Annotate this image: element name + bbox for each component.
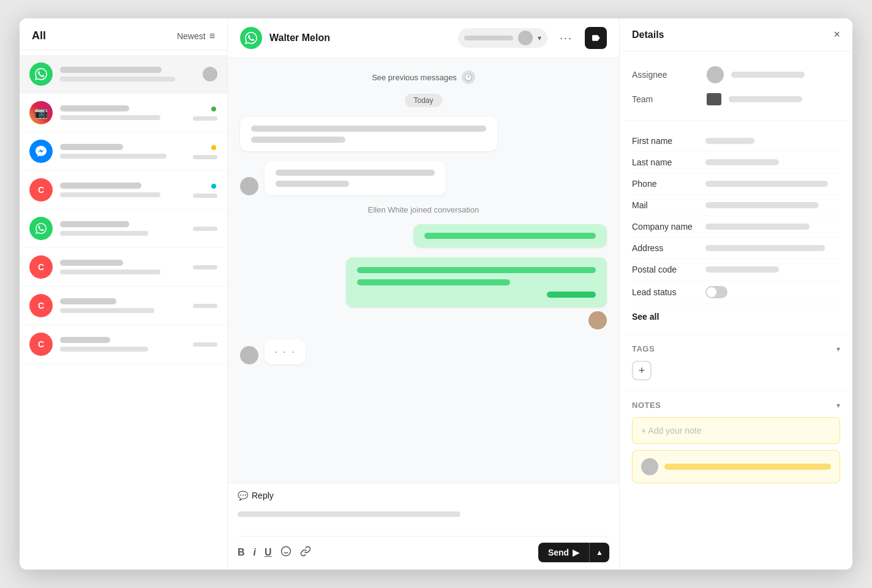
more-options-button[interactable]: ··· (555, 29, 577, 47)
underline-button[interactable]: U (265, 547, 272, 558)
conversation-sidebar: All Newest ≡ 📷 (20, 18, 228, 570)
note-avatar (641, 458, 658, 475)
contact-name: Walter Melon (269, 32, 330, 43)
list-item[interactable] (20, 55, 227, 94)
reply-tab[interactable]: 💬 Reply (238, 491, 274, 500)
send-button[interactable]: Send ▶ (538, 543, 589, 562)
platform-icon-instagram: 📷 (29, 101, 53, 124)
company-label: Company name (632, 222, 705, 232)
chat-main: Walter Melon ▾ ··· See previous messages… (228, 18, 620, 570)
reply-input-area[interactable] (238, 507, 609, 531)
format-tools: B i U (238, 546, 311, 559)
firstname-label: First name (632, 136, 705, 146)
italic-button[interactable]: i (254, 547, 256, 558)
send-button-group: Send ▶ ▲ (538, 543, 609, 562)
chat-messages[interactable]: See previous messages 🕐 Today (228, 58, 619, 483)
platform-icon-whatsapp2 (29, 217, 53, 240)
address-value (705, 245, 825, 251)
platform-icon-messenger (29, 140, 53, 163)
reply-label: Reply (252, 491, 274, 500)
platform-icon-chatwoot3: C (29, 294, 53, 317)
close-button[interactable]: × (833, 28, 840, 41)
platform-icon-whatsapp (29, 62, 53, 86)
details-header: Details × (620, 18, 852, 51)
list-item[interactable]: C (20, 248, 227, 287)
team-value (729, 96, 802, 102)
lastname-label: Last name (632, 157, 705, 167)
phone-label: Phone (632, 179, 705, 189)
firstname-row: First name (632, 130, 840, 152)
reply-toolbar: B i U Send ▶ ▲ (238, 536, 609, 562)
assignee-avatar (707, 66, 724, 83)
team-folder-icon (707, 93, 721, 105)
postal-value (705, 266, 779, 273)
chevron-down-icon: ▾ (836, 401, 840, 410)
assignee-pill[interactable]: ▾ (458, 28, 547, 48)
status-dot (210, 105, 217, 113)
platform-icon-chatwoot4: C (29, 333, 53, 356)
see-all-button[interactable]: See all (632, 304, 840, 324)
avatar (203, 67, 217, 81)
assignee-label: Assignee (632, 70, 699, 80)
see-prev-label: See previous messages (372, 73, 457, 82)
company-value (705, 224, 810, 230)
conv-content (60, 260, 186, 274)
details-panel: Details × Assignee Team First name L (620, 18, 852, 570)
details-title: Details (632, 29, 664, 40)
list-item[interactable]: C (20, 287, 227, 325)
toggle-track (705, 286, 727, 298)
postal-label: Postal code (632, 265, 705, 274)
leadstatus-label: Lead status (632, 287, 705, 297)
typing-avatar (240, 346, 258, 364)
conv-content (60, 298, 186, 313)
conv-meta (193, 265, 217, 270)
bold-button[interactable]: B (238, 547, 245, 558)
lead-toggle[interactable] (705, 286, 727, 298)
sidebar-title: All (32, 29, 46, 42)
sidebar-header: All Newest ≡ (20, 18, 227, 50)
emoji-button[interactable] (280, 546, 291, 559)
send-arrow-icon: ▶ (573, 548, 579, 557)
message-received-1 (240, 117, 552, 151)
list-item[interactable]: C (20, 171, 227, 209)
list-item[interactable] (20, 209, 227, 248)
add-tag-button[interactable]: + (632, 361, 652, 380)
status-dot (210, 144, 217, 151)
chevron-down-icon: ▾ (836, 345, 840, 353)
send-expand-button[interactable]: ▲ (589, 543, 609, 562)
notes-title: NOTES (632, 401, 661, 410)
clock-icon: 🕐 (462, 70, 475, 84)
chat-header: Walter Melon ▾ ··· (228, 18, 619, 58)
conv-meta (193, 144, 217, 159)
assignee-row: Assignee (632, 61, 840, 88)
message-bubble (265, 161, 446, 195)
team-label: Team (632, 94, 699, 104)
list-item[interactable]: C (20, 325, 227, 364)
contact-fields: First name Last name Phone Mail Company … (620, 121, 852, 334)
company-row: Company name (632, 216, 840, 238)
add-note-label: + Add your note (641, 426, 701, 435)
list-item[interactable]: 📷 (20, 94, 227, 132)
notes-header: NOTES ▾ (632, 401, 840, 410)
send-label: Send (548, 548, 569, 557)
assignee-avatar (518, 31, 533, 45)
mail-row: Mail (632, 195, 840, 216)
label-button[interactable] (585, 27, 607, 49)
filter-label: Newest (177, 31, 206, 41)
message-sent-1 (413, 224, 607, 247)
sender-avatar-right (588, 311, 607, 330)
assignee-bar (464, 36, 513, 40)
status-dot (210, 183, 217, 190)
reply-tabs: 💬 Reply (238, 491, 609, 500)
link-button[interactable] (300, 546, 311, 559)
typing-bubble: · · · (265, 339, 306, 364)
conv-content (60, 337, 186, 352)
address-label: Address (632, 243, 705, 253)
assignee-value (731, 72, 805, 78)
phone-value (705, 181, 828, 187)
platform-icon-chatwoot: C (29, 178, 53, 202)
filter-button[interactable]: Newest ≡ (177, 31, 215, 42)
list-item[interactable] (20, 132, 227, 171)
see-previous-messages[interactable]: See previous messages 🕐 (240, 70, 607, 84)
add-note-box[interactable]: + Add your note (632, 417, 840, 444)
